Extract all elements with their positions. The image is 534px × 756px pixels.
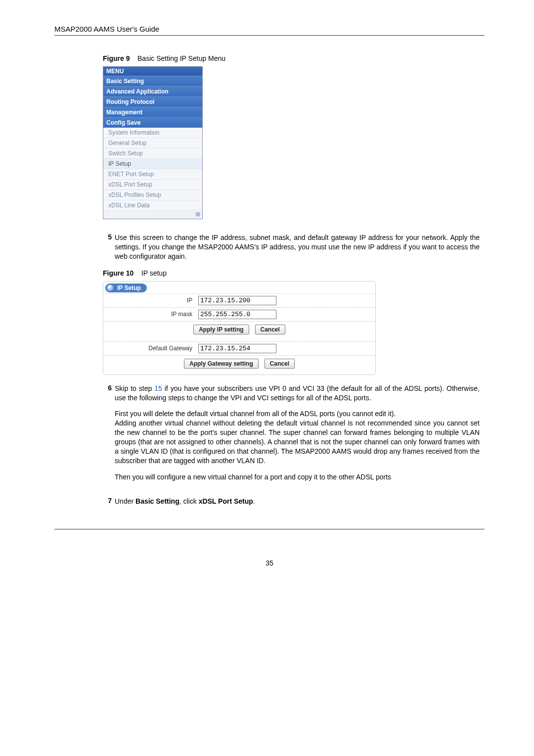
figure9-label: Figure 9: [103, 54, 130, 62]
menu-item-xdsl-port-setup[interactable]: xDSL Port Setup: [103, 180, 202, 190]
step7-t1: Under: [115, 497, 135, 505]
ip-label: IP: [103, 297, 198, 304]
menu-cat-basic-setting[interactable]: Basic Setting: [103, 76, 202, 86]
menu-cat-config-save[interactable]: Config Save: [103, 117, 202, 128]
ip-mask-input[interactable]: [198, 310, 276, 319]
step7-t2: , click: [179, 497, 199, 505]
step6-p3: Adding another virtual channel without d…: [115, 419, 480, 465]
step5-number: 5: [103, 233, 115, 261]
step7-b2: xDSL Port Setup: [199, 497, 253, 505]
menu-item-xdsl-profiles-setup[interactable]: xDSL Profiles Setup: [103, 190, 202, 200]
step6-number: 6: [103, 384, 115, 489]
menu-cat-advanced-application[interactable]: Advanced Application: [103, 86, 202, 96]
menu-item-system-information[interactable]: System Information: [103, 128, 202, 138]
figure10-caption: Figure 10 IP setup: [103, 269, 480, 277]
dot-icon: [106, 284, 114, 292]
menu-item-general-setup[interactable]: General Setup: [103, 138, 202, 148]
menu-cat-management[interactable]: Management: [103, 107, 202, 117]
step6-p2: First you will delete the default virtua…: [115, 409, 480, 419]
menu-item-enet-port-setup[interactable]: ENET Port Setup: [103, 169, 202, 180]
header-title: MSAP2000 AAMS User's Guide: [54, 25, 159, 33]
nav-menu: MENU Basic Setting Advanced Application …: [103, 66, 203, 219]
menu-footer: ▦: [103, 211, 202, 219]
apply-gateway-button[interactable]: Apply Gateway setting: [184, 359, 259, 369]
figure9-caption: Figure 9 Basic Setting IP Setup Menu: [103, 54, 480, 62]
step6-p4: Then you will configure a new virtual ch…: [115, 472, 480, 482]
step7-t3: .: [253, 497, 255, 505]
menu-title: MENU: [103, 67, 202, 76]
ip-input[interactable]: [198, 296, 276, 305]
gateway-label: Default Gateway: [103, 345, 198, 352]
menu-item-xdsl-line-data[interactable]: xDSL Line Data: [103, 200, 202, 211]
page-header: MSAP2000 AAMS User's Guide: [54, 25, 485, 36]
step6-link[interactable]: 15: [154, 384, 162, 392]
menu-cat-routing-protocol[interactable]: Routing Protocol: [103, 96, 202, 107]
step6-body: Skip to step 15 if you have your subscri…: [115, 384, 480, 489]
menu-items: System Information General Setup Switch …: [103, 128, 202, 211]
step7-body: Under Basic Setting, click xDSL Port Set…: [115, 497, 480, 506]
footer-rule: [54, 529, 485, 529]
figure9-caption-text: Basic Setting IP Setup Menu: [137, 54, 225, 62]
ip-mask-label: IP mask: [103, 311, 198, 318]
gateway-input[interactable]: [198, 344, 276, 353]
apply-ip-button[interactable]: Apply IP setting: [193, 325, 249, 334]
figure10-label: Figure 10: [103, 269, 134, 277]
step7-b1: Basic Setting: [135, 497, 179, 505]
step7-number: 7: [103, 497, 115, 506]
step6-lead-before: Skip to step: [115, 384, 154, 392]
page-number: 35: [54, 559, 485, 567]
step5-text: Use this screen to change the IP address…: [115, 233, 480, 261]
ip-setup-title: IP Setup: [105, 284, 147, 292]
figure10-caption-text: IP setup: [141, 269, 167, 277]
ip-setup-title-text: IP Setup: [117, 284, 141, 291]
cancel-gateway-button[interactable]: Cancel: [265, 359, 295, 369]
step6-lead-after: if you have your subscribers use VPI 0 a…: [115, 384, 480, 402]
menu-item-ip-setup[interactable]: IP Setup: [103, 159, 202, 169]
ip-setup-panel: IP Setup IP IP mask Apply IP setting Can…: [103, 281, 376, 375]
cancel-ip-button[interactable]: Cancel: [255, 325, 285, 334]
menu-item-switch-setup[interactable]: Switch Setup: [103, 148, 202, 159]
